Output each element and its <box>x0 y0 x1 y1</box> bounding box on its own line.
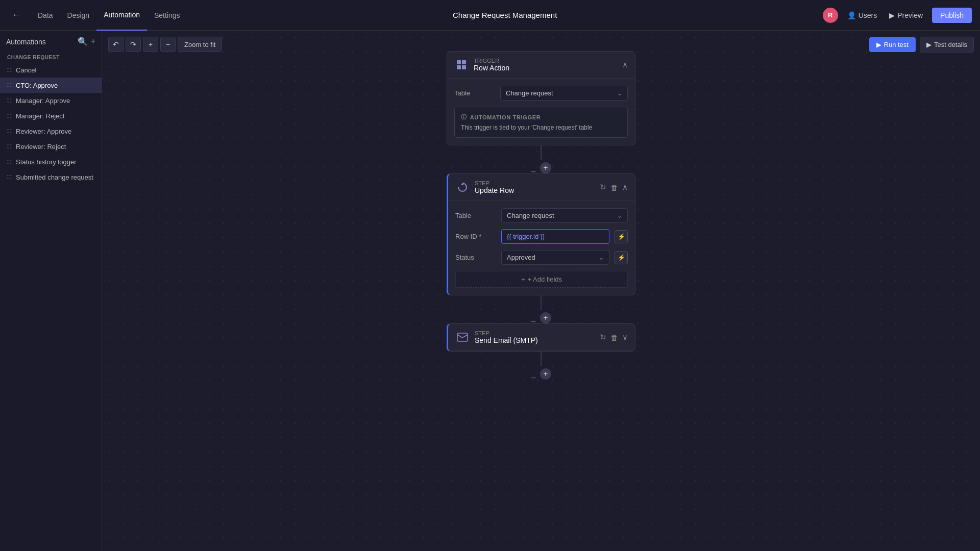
svg-rect-3 <box>462 65 466 69</box>
preview-icon: ▶ <box>889 11 895 19</box>
plus-icon: + <box>521 276 525 283</box>
chevron-down-icon: ⌄ <box>617 212 622 219</box>
add-step-button-1[interactable]: + <box>540 162 551 173</box>
send-email-header-right: ↻ 🗑 ∨ <box>600 333 628 342</box>
trigger-title-group: Trigger Row Action <box>474 58 509 72</box>
chevron-down-icon: ⌄ <box>617 90 622 97</box>
sidebar-item-status-history[interactable]: ∷ Status history logger <box>0 154 102 169</box>
publish-button[interactable]: Publish <box>932 8 972 23</box>
update-row-id-input[interactable]: {{ trigger.id }} <box>501 229 609 244</box>
add-fields-button[interactable]: + + Add fields <box>455 271 628 288</box>
search-icon[interactable]: 🔍 <box>78 37 88 46</box>
connector-1: ⎯ + <box>531 145 551 173</box>
trigger-table-select[interactable]: Change request ⌄ <box>500 86 628 101</box>
sidebar-header: Automations 🔍 + <box>0 31 102 51</box>
update-row-header-right: ↻ 🗑 ∧ <box>600 183 628 192</box>
nav-links: Data Design Automation Settings <box>31 0 187 31</box>
chevron-down-icon: ⌄ <box>599 254 604 261</box>
update-row-refresh-icon[interactable]: ↻ <box>600 183 606 192</box>
automation-icon: ∷ <box>7 81 12 89</box>
users-button[interactable]: 👤 Users <box>844 11 880 19</box>
main-layout: Automations 🔍 + CHANGE REQUEST ∷ Cancel … <box>0 31 980 551</box>
svg-rect-2 <box>457 65 461 69</box>
add-step-button-3[interactable]: + <box>540 368 551 380</box>
nav-data[interactable]: Data <box>31 0 60 31</box>
automation-icon: ∷ <box>7 66 12 74</box>
trigger-block-body: Table Change request ⌄ ⓘ AUTOMATION TRIG… <box>447 79 635 145</box>
update-row-body: Table Change request ⌄ Row ID * {{ trigg… <box>448 201 635 295</box>
trigger-block-header: Trigger Row Action ∧ <box>447 52 635 79</box>
status-lightning-button[interactable]: ⚡ <box>615 251 628 264</box>
send-email-delete-icon[interactable]: 🗑 <box>610 333 618 342</box>
automation-icon: ∷ <box>7 127 12 135</box>
run-test-button[interactable]: ▶ Run test <box>869 37 916 52</box>
update-row-step-label: Step <box>475 180 514 186</box>
add-step-button-2[interactable]: + <box>540 312 551 323</box>
canvas: ↶ ↷ + − Zoom to fit ▶ Run test ▶ Test de… <box>102 31 980 551</box>
add-automation-icon[interactable]: + <box>91 37 95 46</box>
canvas-right-toolbar: ▶ Run test ▶ Test details <box>869 37 974 53</box>
trigger-label: Trigger <box>474 58 509 64</box>
canvas-toolbar: ↶ ↷ + − Zoom to fit <box>108 37 222 52</box>
nav-design[interactable]: Design <box>60 0 97 31</box>
update-row-name: Update Row <box>475 186 514 194</box>
preview-button[interactable]: ▶ Preview <box>886 11 926 19</box>
automation-icon: ∷ <box>7 96 12 105</box>
update-row-status-label: Status <box>455 254 496 261</box>
avatar: R <box>823 8 838 23</box>
page-title: Change Request Management <box>189 11 821 19</box>
sidebar-item-manager-reject[interactable]: ∷ Manager: Reject <box>0 108 102 123</box>
svg-rect-1 <box>462 60 466 64</box>
zoom-fit-button[interactable]: Zoom to fit <box>178 37 222 52</box>
send-email-refresh-icon[interactable]: ↻ <box>600 333 606 342</box>
connector-3: ⎯ + <box>531 352 551 380</box>
sidebar-item-submitted-change[interactable]: ∷ Submitted change request <box>0 169 102 185</box>
trigger-table-label: Table <box>454 89 495 97</box>
nav-settings[interactable]: Settings <box>147 0 187 31</box>
update-row-delete-icon[interactable]: 🗑 <box>610 183 618 192</box>
trigger-icon <box>454 58 469 72</box>
info-box-header: ⓘ AUTOMATION TRIGGER <box>461 113 621 121</box>
update-row-status-row: Status Approved ⌄ ⚡ <box>455 250 628 265</box>
test-details-icon: ▶ <box>926 41 932 48</box>
automation-icon: ∷ <box>7 142 12 151</box>
redo-button[interactable]: ↷ <box>126 37 141 52</box>
update-row-table-row: Table Change request ⌄ <box>455 208 628 223</box>
send-email-name: Send Email (SMTP) <box>475 336 538 344</box>
trigger-name: Row Action <box>474 64 509 72</box>
users-icon: 👤 <box>847 11 856 19</box>
automation-icon: ∷ <box>7 158 12 166</box>
update-row-status-select[interactable]: Approved ⌄ <box>501 250 609 265</box>
add-node-button[interactable]: + <box>143 37 158 52</box>
trigger-header-right: ∧ <box>622 60 628 69</box>
sidebar-item-cto-approve[interactable]: ∷ CTO: Approve <box>0 78 102 93</box>
send-email-expand-icon[interactable]: ∨ <box>622 333 628 342</box>
branch-icon: ⎯ <box>531 163 536 172</box>
info-icon: ⓘ <box>461 113 467 121</box>
sidebar-item-cancel[interactable]: ∷ Cancel <box>0 62 102 78</box>
update-row-table-label: Table <box>455 212 496 219</box>
trigger-collapse-icon[interactable]: ∧ <box>622 60 628 69</box>
automation-flow: Trigger Row Action ∧ Table Change reques… <box>444 51 638 380</box>
sidebar-item-reviewer-approve[interactable]: ∷ Reviewer: Approve <box>0 123 102 139</box>
back-button[interactable]: ← <box>8 7 24 23</box>
automation-icon: ∷ <box>7 112 12 120</box>
sidebar: Automations 🔍 + CHANGE REQUEST ∷ Cancel … <box>0 31 102 551</box>
automation-icon: ∷ <box>7 173 12 181</box>
test-details-button[interactable]: ▶ Test details <box>920 37 974 53</box>
sidebar-section-label: CHANGE REQUEST <box>0 51 102 62</box>
update-row-collapse-icon[interactable]: ∧ <box>622 183 628 192</box>
row-id-lightning-button[interactable]: ⚡ <box>615 230 628 243</box>
automations-label: Automations <box>6 38 46 46</box>
remove-node-button[interactable]: − <box>160 37 176 52</box>
nav-automation[interactable]: Automation <box>96 0 147 31</box>
update-row-table-select[interactable]: Change request ⌄ <box>501 208 628 223</box>
update-row-header-left: Step Update Row <box>455 180 514 194</box>
topnav: ← Data Design Automation Settings Change… <box>0 0 980 31</box>
sidebar-header-icons: 🔍 + <box>78 37 95 46</box>
sidebar-item-manager-approve[interactable]: ∷ Manager: Approve <box>0 93 102 108</box>
sidebar-item-reviewer-reject[interactable]: ∷ Reviewer: Reject <box>0 139 102 154</box>
update-row-block: Step Update Row ↻ 🗑 ∧ Table <box>447 173 635 295</box>
info-box-text: This trigger is tied to your 'Change req… <box>461 124 621 131</box>
undo-button[interactable]: ↶ <box>108 37 124 52</box>
